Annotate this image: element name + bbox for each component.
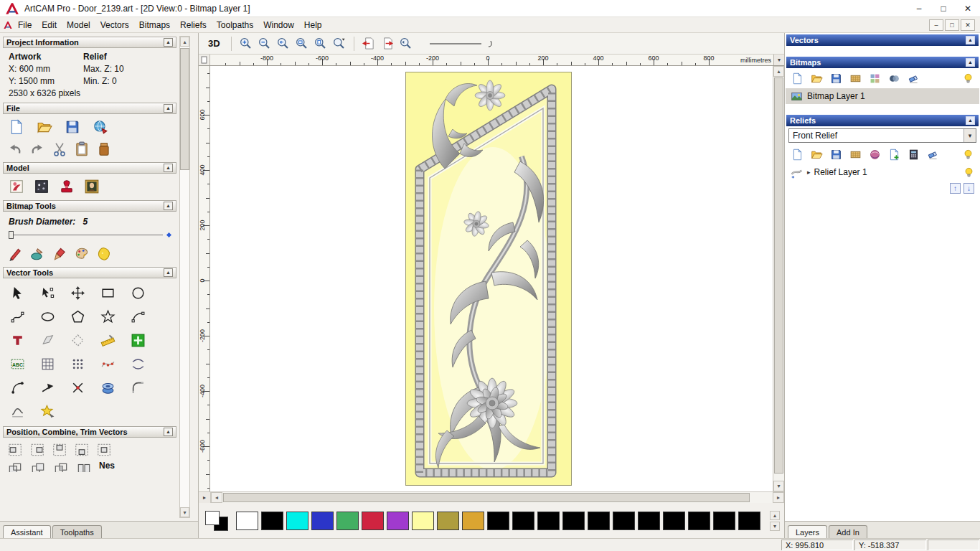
- palette-swatch-14[interactable]: [588, 512, 610, 530]
- texture-bitmap-icon[interactable]: [847, 71, 863, 85]
- line-style-preview[interactable]: [428, 39, 497, 49]
- delete-bitmap-icon[interactable]: [905, 71, 921, 85]
- palette-swatch-12[interactable]: [537, 512, 560, 530]
- save-relief-icon[interactable]: [828, 147, 844, 161]
- next-view-icon[interactable]: [379, 35, 396, 52]
- section-profile-icon[interactable]: [4, 402, 30, 420]
- slider-thumb-icon[interactable]: [9, 231, 14, 239]
- rollup-icon[interactable]: ▲: [164, 202, 173, 210]
- rollup-icon[interactable]: ▲: [164, 38, 173, 47]
- fillet-tool-icon[interactable]: [125, 378, 151, 397]
- bitmap-layer-item[interactable]: Bitmap Layer 1: [786, 88, 979, 104]
- bitmaps-section-header[interactable]: Bitmaps ▲: [786, 57, 979, 68]
- combine-split-icon[interactable]: [76, 461, 92, 472]
- palette-swatch-2[interactable]: [286, 512, 308, 530]
- align-centre-icon[interactable]: [96, 442, 112, 458]
- menu-file[interactable]: File: [13, 19, 37, 32]
- palette-swatch-11[interactable]: [512, 512, 534, 530]
- add-relief-icon[interactable]: [886, 147, 902, 161]
- scroll-thumb[interactable]: [223, 493, 750, 502]
- draw-tool-icon[interactable]: [29, 246, 45, 262]
- ruler-origin-button[interactable]: [199, 55, 210, 65]
- merge-bitmap-icon[interactable]: [886, 71, 902, 85]
- bitmap-layer-name[interactable]: Bitmap Layer 1: [807, 91, 865, 101]
- slider-track[interactable]: [14, 235, 163, 235]
- tab-layers[interactable]: Layers: [788, 525, 827, 538]
- calculate-relief-icon[interactable]: [905, 147, 921, 161]
- reliefs-section-header[interactable]: Reliefs ▲: [786, 115, 979, 126]
- greyscale-model-icon[interactable]: [9, 179, 24, 194]
- extrude-vectors-icon[interactable]: [95, 378, 121, 397]
- create-polyline-icon[interactable]: [4, 307, 30, 326]
- new-bitmap-icon[interactable]: [789, 71, 805, 85]
- menu-vectors[interactable]: Vectors: [95, 19, 134, 32]
- document-minimize-button[interactable]: –: [929, 19, 943, 31]
- vector-tools-header[interactable]: Vector Tools ▲: [3, 267, 176, 278]
- vertical-scrollbar[interactable]: ▴ ▾: [773, 66, 784, 491]
- palette-swatch-16[interactable]: [638, 512, 660, 530]
- zoom-out-icon[interactable]: [256, 35, 273, 52]
- scroll-up-icon[interactable]: ▴: [773, 66, 784, 77]
- stamp-model-icon[interactable]: [59, 179, 75, 194]
- vectors-section-header[interactable]: Vectors ▲: [786, 34, 979, 46]
- model-section-header[interactable]: Model ▲: [3, 162, 176, 174]
- polyline-arrow-icon[interactable]: [34, 378, 60, 397]
- relief-visibility-icon[interactable]: [960, 147, 976, 161]
- scroll-right-icon[interactable]: ▸: [773, 492, 784, 503]
- menu-bitmaps[interactable]: Bitmaps: [134, 19, 175, 32]
- cut-icon[interactable]: [52, 141, 67, 157]
- scroll-left-icon[interactable]: ◂: [211, 492, 222, 503]
- pan-corner-button[interactable]: ▸: [199, 492, 211, 503]
- align-top-icon[interactable]: [52, 442, 67, 458]
- brush-diameter-slider[interactable]: [3, 227, 176, 243]
- scroll-thumb[interactable]: [774, 77, 783, 474]
- relief-layer-name[interactable]: Relief Layer 1: [814, 167, 867, 177]
- menu-help[interactable]: Help: [299, 19, 327, 32]
- expand-icon[interactable]: ▸: [807, 169, 811, 176]
- document-restore-button[interactable]: □: [945, 19, 959, 31]
- relief-visibility-icon[interactable]: [961, 166, 976, 179]
- rollup-icon[interactable]: ▲: [966, 58, 975, 67]
- open-bitmap-icon[interactable]: [809, 71, 824, 85]
- tile-bitmap-icon[interactable]: [867, 71, 882, 85]
- paint-tool-icon[interactable]: [7, 246, 23, 262]
- scroll-up-icon[interactable]: ▴: [180, 37, 189, 47]
- palette-swatch-18[interactable]: [688, 512, 710, 530]
- bitmap-tools-header[interactable]: Bitmap Tools ▲: [3, 200, 176, 212]
- palette-swatch-9[interactable]: [462, 512, 484, 530]
- palette-swatch-6[interactable]: [387, 512, 409, 530]
- rollup-icon[interactable]: ▲: [966, 36, 975, 44]
- canvas-2d-view[interactable]: [210, 66, 773, 491]
- palette-swatch-5[interactable]: [362, 512, 384, 530]
- palette-swatch-3[interactable]: [311, 512, 334, 530]
- scroll-down-icon[interactable]: ▾: [773, 481, 784, 491]
- measure-tool-icon[interactable]: [95, 331, 121, 349]
- wrap-text-icon[interactable]: [34, 331, 60, 349]
- primary-secondary-colour-selector[interactable]: [203, 509, 230, 533]
- menu-model[interactable]: Model: [62, 19, 95, 32]
- import-data-icon[interactable]: [93, 119, 108, 135]
- texture-model-icon[interactable]: [34, 179, 50, 194]
- align-right-icon[interactable]: [29, 442, 45, 458]
- rollup-icon[interactable]: ▲: [164, 428, 173, 436]
- scroll-thumb[interactable]: [180, 48, 189, 170]
- document-close-button[interactable]: ✕: [961, 19, 975, 31]
- zoom-in-icon[interactable]: [237, 35, 255, 52]
- rollup-icon[interactable]: ▲: [164, 268, 173, 277]
- block-copy-icon[interactable]: [65, 354, 90, 373]
- move-layer-down-button[interactable]: ↓: [963, 183, 974, 194]
- new-relief-icon[interactable]: [789, 147, 805, 161]
- combine-union-icon[interactable]: [7, 461, 23, 472]
- relief-set-dropdown[interactable]: Front Relief ▾: [788, 128, 976, 143]
- node-editing-icon[interactable]: [34, 283, 60, 302]
- close-button[interactable]: ✕: [956, 0, 980, 17]
- palette-swatch-13[interactable]: [562, 512, 585, 530]
- new-model-icon[interactable]: [9, 119, 24, 135]
- redo-icon[interactable]: [29, 141, 45, 157]
- distort-vectors-icon[interactable]: [125, 354, 151, 373]
- texture-relief-icon[interactable]: [847, 147, 863, 161]
- create-star-icon[interactable]: [95, 307, 121, 326]
- bitmap-visibility-icon[interactable]: [960, 71, 976, 85]
- palette-swatch-17[interactable]: [663, 512, 685, 530]
- colour-palette-icon[interactable]: [74, 246, 90, 262]
